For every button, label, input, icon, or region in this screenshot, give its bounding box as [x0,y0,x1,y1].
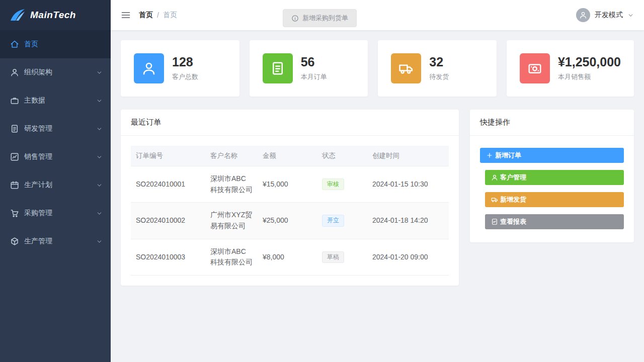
sidebar-item-label: 生产管理 [24,237,52,246]
user-icon [10,68,19,77]
app-logo: MainTech [0,0,111,30]
chevron-down-icon [96,126,103,132]
chevron-down-icon [96,126,103,132]
stat-text: 32待发货 [429,55,449,82]
user-mode-label: 开发模式 [595,11,623,20]
cart-icon [10,209,19,218]
order-amount-cell: ¥15,000 [258,166,317,203]
order-amount-cell: ¥8,000 [258,239,317,275]
orders-column-header: 状态 [317,146,367,166]
status-badge: 审核 [322,178,344,191]
stat-text: ¥1,250,000本月销售额 [558,55,621,82]
breadcrumb-separator: / [157,11,159,19]
orders-column-header: 金额 [258,146,317,166]
order-id-cell: SO2024010002 [131,203,205,239]
orders-table-body: SO2024010001深圳市ABC科技有限公司¥15,000审核2024-01… [131,166,449,276]
main-column: 首页 / 首页 新增采购到货单 开发模式 128客户总数56本月订单32待发货¥… [111,0,644,362]
user-icon [141,61,156,76]
table-row: SO2024010002广州市XYZ贸易有限公司¥25,000开立2024-01… [131,203,449,239]
quick-action-label: 查看报表 [500,217,526,226]
chevron-down-icon [96,182,103,189]
order-id-cell: SO2024010001 [131,166,205,203]
breadcrumb-item-home[interactable]: 首页 [139,11,153,20]
order-created-cell: 2024-01-15 10:30 [367,166,449,203]
app-root: MainTech 首页组织架构主数据研发管理销售管理生产计划采购管理生产管理 首… [0,0,644,362]
logo-icon [9,8,26,23]
truck-icon [491,196,498,203]
quick-action-plus-button[interactable]: 新增订单 [480,148,624,163]
orders-column-header: 创建时间 [367,146,449,166]
order-customer-cell: 深圳市ABC科技有限公司 [205,166,258,203]
stat-card-user: 128客户总数 [121,40,239,97]
user-icon [579,11,587,19]
sidebar-nav: 首页组织架构主数据研发管理销售管理生产计划采购管理生产管理 [0,30,111,255]
chevron-down-icon [627,12,634,19]
recent-orders-body: 订单编号客户名称金额状态创建时间 SO2024010001深圳市ABC科技有限公… [121,136,459,286]
breadcrumb-item-current: 首页 [163,11,177,20]
avatar [576,8,590,22]
sidebar: MainTech 首页组织架构主数据研发管理销售管理生产计划采购管理生产管理 [0,0,111,362]
orders-column-header: 订单编号 [131,146,205,166]
order-amount-cell: ¥25,000 [258,203,317,239]
sidebar-item-document[interactable]: 研发管理 [0,115,111,143]
quick-actions-title: 快捷操作 [470,110,634,136]
quick-action-label: 新增发货 [500,195,526,204]
order-status-cell: 开立 [317,203,367,239]
money-icon [520,53,550,83]
chevron-down-icon [96,210,103,217]
sidebar-item-label: 组织架构 [24,68,52,77]
user-menu[interactable]: 开发模式 [576,8,634,22]
quick-action-truck-button[interactable]: 新增发货 [485,192,624,207]
stat-card-money: ¥1,250,000本月销售额 [507,40,634,97]
order-customer-cell: 深圳市ABC科技有限公司 [205,239,258,275]
briefcase-icon [10,96,19,105]
stat-label: 客户总数 [172,72,198,81]
status-badge: 开立 [322,215,344,227]
report-icon [491,218,498,225]
document-icon [10,124,19,133]
logo-text: MainTech [30,10,76,21]
quick-actions-card: 快捷操作 新增订单客户管理新增发货查看报表 [470,110,634,242]
orders-table-header-row: 订单编号客户名称金额状态创建时间 [131,146,449,166]
sidebar-item-label: 生产计划 [24,180,52,190]
stat-value: 32 [429,55,449,69]
content-area: 128客户总数56本月订单32待发货¥1,250,000本月销售额 最近订单 订… [111,30,644,362]
new-purchase-arrival-label: 新增采购到货单 [302,14,348,23]
sidebar-item-calendar[interactable]: 生产计划 [0,171,111,199]
sidebar-item-cart[interactable]: 采购管理 [0,199,111,227]
status-badge: 草稿 [322,251,344,263]
box-icon [10,237,19,246]
stat-text: 56本月订单 [301,55,327,82]
stats-row: 128客户总数56本月订单32待发货¥1,250,000本月销售额 [121,40,634,97]
new-purchase-arrival-button[interactable]: 新增采购到货单 [283,9,357,27]
stat-card-truck: 32待发货 [378,40,497,97]
plus-icon [486,152,493,159]
chevron-down-icon [96,98,103,104]
stat-value: 128 [172,55,198,69]
stat-text: 128客户总数 [172,55,198,82]
quick-action-label: 新增订单 [495,151,521,160]
table-row: SO2024010001深圳市ABC科技有限公司¥15,000审核2024-01… [131,166,449,203]
topbar: 首页 / 首页 新增采购到货单 开发模式 [111,0,644,30]
chevron-down-icon [96,182,103,189]
chevron-down-icon [96,69,103,76]
quick-action-label: 客户管理 [500,173,526,182]
sidebar-item-box[interactable]: 生产管理 [0,227,111,255]
stat-value: 56 [301,55,327,69]
money-icon [527,61,542,76]
sidebar-item-home[interactable]: 首页 [0,30,111,58]
sidebar-toggle-button[interactable] [121,10,131,20]
chevron-down-icon [96,98,103,104]
order-customer-cell: 广州市XYZ贸易有限公司 [205,203,258,239]
order-status-cell: 审核 [317,166,367,203]
sidebar-item-chart[interactable]: 销售管理 [0,143,111,171]
sidebar-item-briefcase[interactable]: 主数据 [0,86,111,115]
chevron-down-icon [96,238,103,245]
chevron-down-icon [96,154,103,160]
quick-action-report-button[interactable]: 查看报表 [485,214,624,229]
sidebar-item-user[interactable]: 组织架构 [0,58,111,86]
document-icon [270,61,285,76]
chevron-down-icon [627,12,634,19]
chevron-down-icon [96,154,103,160]
quick-action-user-button[interactable]: 客户管理 [485,170,624,185]
